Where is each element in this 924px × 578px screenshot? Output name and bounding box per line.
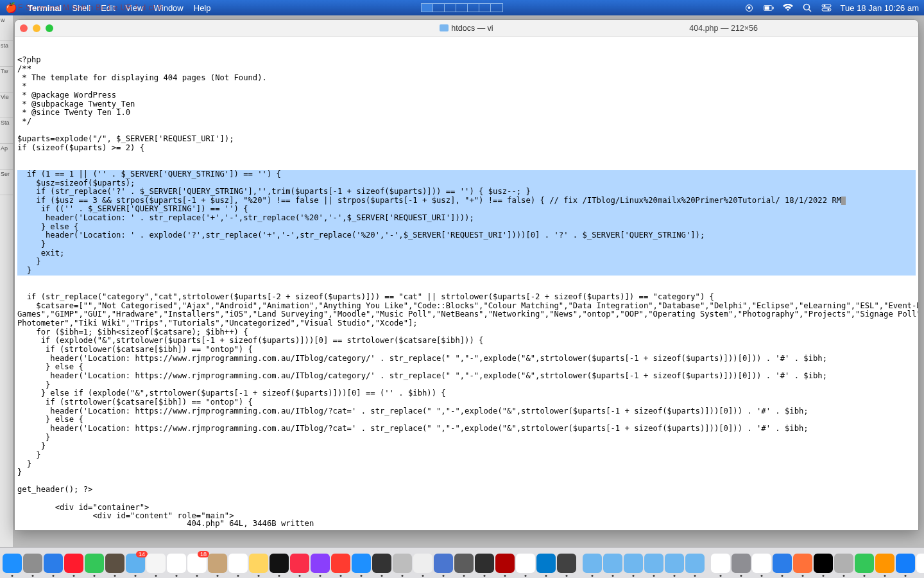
printer-icon[interactable] (434, 554, 453, 573)
screen-record-icon[interactable]: ⦿ (744, 3, 755, 13)
code-line-highlight: exit; (17, 249, 916, 258)
folder1-icon[interactable] (583, 554, 602, 573)
messages-icon[interactable] (85, 554, 104, 573)
code-line: * (17, 82, 916, 91)
code-line-highlight: header('Location: ' . explode('?',str_re… (17, 231, 916, 240)
code-line: $uparts=explode("/", $_SERVER['REQUEST_U… (17, 135, 916, 144)
safari-icon[interactable] (44, 554, 63, 573)
launchpad-icon[interactable] (23, 554, 42, 573)
apple-menu-icon[interactable]: 🍎 (5, 2, 17, 13)
folder3-icon[interactable] (624, 554, 643, 573)
code-line-highlight: } else { (17, 223, 916, 232)
vi-status-line: 404.php" 64L, 3446B written (17, 520, 314, 529)
svg-rect-5 (822, 4, 831, 7)
reminders-icon[interactable] (228, 554, 248, 573)
code-line: get_header(); ?> (17, 486, 916, 495)
music-icon[interactable] (290, 554, 309, 573)
tv-icon[interactable] (270, 554, 289, 573)
code-line-highlight: if (1 == 1 || ('' . $_SERVER['QUERY_STRI… (17, 170, 916, 179)
titlebar[interactable]: htdocs — vi 404.php — 212×56 (15, 20, 918, 37)
code-line: if (strtolower($catsare[$ibh]) == "ontop… (17, 346, 916, 355)
code-line: /** (17, 65, 916, 74)
svg-rect-7 (822, 8, 831, 11)
textedit-icon[interactable] (752, 554, 771, 573)
code-line-highlight: header('Location: ' . str_replace('+','-… (17, 214, 916, 223)
calendar-icon[interactable] (187, 554, 207, 573)
code-line: header('Location: https://www.rjmprogram… (17, 425, 916, 434)
folder5-icon[interactable] (665, 554, 684, 573)
code-line: * @subpackage Twenty_Ten (17, 100, 916, 109)
code-line: header('Location: https://www.rjmprogram… (17, 372, 916, 381)
dock (0, 547, 924, 578)
news-icon[interactable] (331, 554, 350, 573)
code-line (17, 477, 916, 486)
control-center-icon[interactable] (821, 3, 832, 13)
podcasts-icon[interactable] (311, 554, 330, 573)
svg-point-3 (803, 4, 809, 10)
code-line: * The template for displaying 404 pages … (17, 74, 916, 83)
wifi-icon[interactable] (783, 3, 793, 13)
folder2-icon[interactable] (603, 554, 622, 573)
svg-rect-1 (764, 6, 769, 10)
gimp-icon[interactable] (105, 554, 124, 573)
code-line (17, 127, 916, 136)
editor-viewport[interactable]: <?php/** * The template for displaying 4… (15, 37, 918, 530)
folder4-icon[interactable] (644, 554, 663, 573)
code-line (17, 495, 916, 504)
code-block-pre: <?php/** * The template for displaying 4… (17, 56, 916, 152)
code-line-highlight: if (('' . $_SERVER['QUERY_STRING']) == '… (17, 205, 916, 214)
code-line-highlight: } (17, 258, 916, 267)
opera-icon[interactable] (64, 554, 83, 573)
code-line: for ($ibh=1; $ibh<sizeof($catsare); $ibh… (17, 328, 916, 337)
folder6-icon[interactable] (685, 554, 705, 573)
finder-icon[interactable] (3, 554, 22, 573)
code-line: $catsare=["","Not Categorised","Ajax","A… (17, 302, 916, 311)
notes-icon[interactable] (249, 554, 268, 573)
code-line: } else { (17, 363, 916, 372)
chrome-icon[interactable] (711, 554, 730, 573)
green-app-icon[interactable] (855, 554, 874, 573)
code-line: } (17, 442, 916, 451)
vscode-icon[interactable] (536, 554, 556, 573)
firefox-icon[interactable] (793, 554, 812, 573)
safari2-icon[interactable] (773, 554, 792, 573)
photos-icon[interactable] (167, 554, 186, 573)
contacts-icon[interactable] (208, 554, 227, 573)
image-icon[interactable] (413, 554, 432, 573)
b-icon[interactable] (516, 554, 535, 573)
code-line: } (17, 451, 916, 460)
code-line: } (17, 381, 916, 390)
code-block-highlight: if (1 == 1 || ('' . $_SERVER['QUERY_STRI… (17, 170, 916, 276)
eye-icon[interactable] (557, 554, 576, 573)
paintbrush-icon[interactable] (393, 554, 412, 573)
code-line: if (strtolower($catsare[$ibh]) == "ontop… (17, 398, 916, 407)
appstore-icon[interactable] (352, 554, 371, 573)
menubar-ghost: F Sc en ect M hatt n Br J e UR 1 d ct 8 (18, 3, 162, 12)
menu-help[interactable]: Help (194, 3, 211, 13)
media-icon[interactable] (875, 554, 894, 573)
window-title-text: htdocs — vi (451, 24, 493, 33)
code-line-highlight: } (17, 267, 916, 276)
keyboard-icon[interactable] (454, 554, 474, 573)
code-line-highlight: } (17, 240, 916, 249)
code-line-highlight: if ($usz == 3 && strpos($uparts[-1 + $us… (17, 197, 916, 206)
code-line: } (17, 460, 916, 469)
prefs-icon[interactable] (732, 554, 751, 573)
maps-icon[interactable] (146, 554, 166, 573)
xcode-icon[interactable] (896, 554, 915, 573)
svg-rect-2 (773, 6, 774, 9)
disk-icon[interactable] (834, 554, 853, 573)
search-icon[interactable] (802, 3, 812, 13)
qr-icon[interactable] (372, 554, 391, 573)
mail-icon[interactable] (126, 554, 145, 573)
filezilla-icon[interactable] (495, 554, 515, 573)
datetime[interactable]: Tue 18 Jan 10:26 am (841, 3, 919, 13)
window-title: htdocs — vi (15, 24, 918, 33)
battery-icon[interactable] (764, 3, 774, 13)
code-line: } else { (17, 416, 916, 425)
menubar: F Sc en ect M hatt n Br J e UR 1 d ct 8 … (0, 0, 924, 15)
terminal-icon[interactable] (814, 554, 833, 573)
preview-icon[interactable] (916, 554, 924, 573)
code-line: } (17, 468, 916, 477)
hacker-icon[interactable] (475, 554, 494, 573)
